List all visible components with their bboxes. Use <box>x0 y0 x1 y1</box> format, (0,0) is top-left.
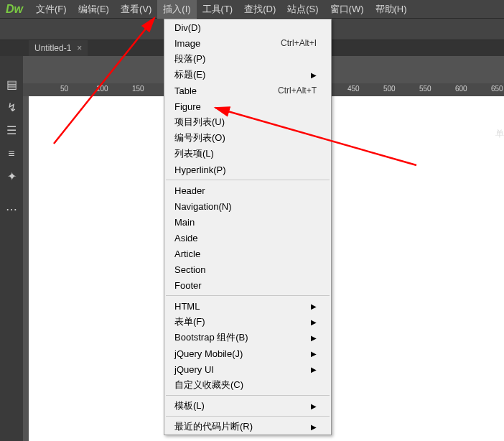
list-icon[interactable]: ≡ <box>4 147 19 161</box>
menu-item-favorites[interactable]: 自定义收藏夹(C) <box>164 377 331 393</box>
menu-item-main[interactable]: Main <box>164 214 331 230</box>
right-label: 单 <box>495 128 504 140</box>
menu-item-paragraph[interactable]: 段落(P) <box>164 51 331 67</box>
more-icon[interactable]: ⋯ <box>4 203 19 217</box>
menu-view[interactable]: 查看(V) <box>115 0 157 19</box>
ruler-mark: 500 <box>383 85 396 93</box>
menu-item-aside[interactable]: Aside <box>164 230 331 246</box>
file-icon[interactable]: ▤ <box>4 78 19 92</box>
menu-item-article[interactable]: Article <box>164 246 331 261</box>
menubar: Dw 文件(F) 编辑(E) 查看(V) 插入(I) 工具(T) 查找(D) 站… <box>0 0 504 19</box>
menu-item-navigation[interactable]: Navigation(N) <box>164 198 331 214</box>
chevron-right-icon: ▶ <box>311 366 317 373</box>
tab-title: Untitled-1 <box>34 43 71 53</box>
ruler-mark: 50 <box>60 85 68 93</box>
menu-site[interactable]: 站点(S) <box>281 0 324 19</box>
menu-item-html[interactable]: HTML▶ <box>164 298 331 314</box>
menu-item-footer[interactable]: Footer <box>164 277 331 293</box>
menu-item-image[interactable]: ImageCtrl+Alt+I <box>164 35 331 51</box>
ruler-mark: 550 <box>419 85 431 93</box>
manage-icon[interactable]: ☰ <box>4 124 19 138</box>
ruler-mark: 650 <box>491 85 503 93</box>
ruler-mark: 100 <box>96 85 108 93</box>
menu-item-form[interactable]: 表单(F)▶ <box>164 314 331 330</box>
chevron-right-icon: ▶ <box>311 402 317 410</box>
close-icon[interactable]: × <box>77 43 82 53</box>
ruler-mark: 450 <box>347 85 360 93</box>
menu-item-div[interactable]: Div(D) <box>164 19 331 35</box>
app-logo: Dw <box>0 3 30 16</box>
menu-item-bootstrap[interactable]: Bootstrap 组件(B)▶ <box>164 330 331 345</box>
chevron-right-icon: ▶ <box>311 318 317 326</box>
menu-window[interactable]: 窗口(W) <box>325 0 370 19</box>
ruler-mark: 150 <box>132 85 144 93</box>
menu-item-table[interactable]: TableCtrl+Alt+T <box>164 83 331 98</box>
menu-item-figure[interactable]: Figure <box>164 98 331 114</box>
code-icon[interactable]: ↯ <box>4 101 19 115</box>
chevron-right-icon: ▶ <box>311 302 317 310</box>
menu-file[interactable]: 文件(F) <box>30 0 73 19</box>
ruler-mark: 600 <box>455 85 467 93</box>
left-sidebar: ▤ ↯ ☰ ≡ ✦ ⋯ <box>0 56 23 441</box>
chevron-right-icon: ▶ <box>311 71 317 79</box>
menu-item-li[interactable]: 列表项(L) <box>164 146 331 162</box>
menu-item-jquery-mobile[interactable]: jQuery Mobile(J)▶ <box>164 345 331 361</box>
menu-edit[interactable]: 编辑(E) <box>73 0 115 19</box>
document-tab[interactable]: Untitled-1 × <box>29 40 88 56</box>
menu-item-hyperlink[interactable]: Hyperlink(P) <box>164 162 331 177</box>
menu-item-recent-snippets[interactable]: 最近的代码片断(R)▶ <box>164 419 331 435</box>
menu-item-template[interactable]: 模板(L)▶ <box>164 398 331 414</box>
menu-separator <box>166 395 330 396</box>
menu-tools[interactable]: 工具(T) <box>197 0 239 19</box>
chevron-right-icon: ▶ <box>311 334 317 342</box>
menu-help[interactable]: 帮助(H) <box>370 0 413 19</box>
chevron-right-icon: ▶ <box>311 423 317 431</box>
chevron-right-icon: ▶ <box>311 350 317 358</box>
menu-item-section[interactable]: Section <box>164 261 331 277</box>
menu-item-header[interactable]: Header <box>164 182 331 198</box>
menu-separator <box>166 416 330 417</box>
menu-separator <box>166 295 330 296</box>
menu-item-jquery-ui[interactable]: jQuery UI▶ <box>164 361 331 377</box>
menu-insert[interactable]: 插入(I) <box>157 0 196 19</box>
menu-item-ul[interactable]: 项目列表(U) <box>164 114 331 130</box>
target-icon[interactable]: ✦ <box>4 170 19 184</box>
menu-item-ol[interactable]: 编号列表(O) <box>164 130 331 146</box>
insert-menu-dropdown: Div(D) ImageCtrl+Alt+I 段落(P) 标题(E)▶ Tabl… <box>164 19 332 435</box>
menu-find[interactable]: 查找(D) <box>238 0 281 19</box>
menu-item-heading[interactable]: 标题(E)▶ <box>164 67 331 83</box>
menu-separator <box>166 180 330 180</box>
